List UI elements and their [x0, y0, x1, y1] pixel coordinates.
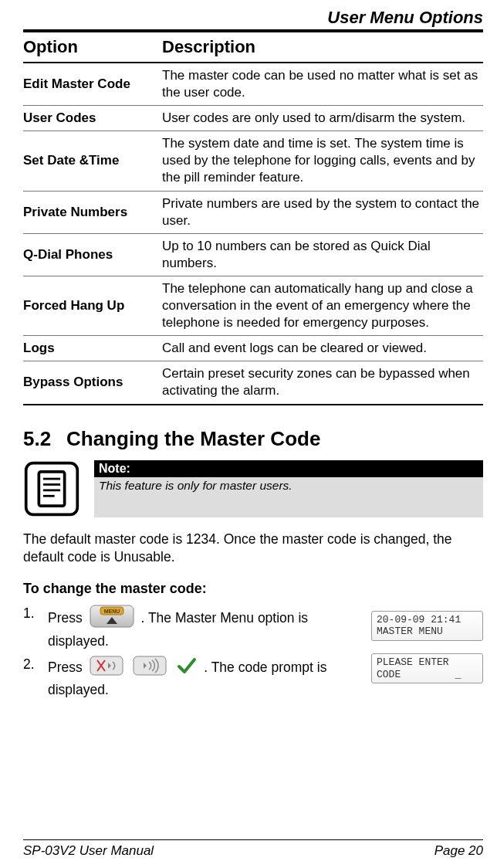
row-desc: Up to 10 numbers can be stored as Quick … — [162, 233, 483, 276]
menu-up-button-icon: MENU — [90, 605, 134, 633]
table-row: Bypass Options Certain preset security z… — [23, 361, 483, 405]
row-option: Set Date &Time — [23, 131, 162, 191]
row-desc: The master code can be used no matter wh… — [162, 63, 483, 106]
table-row: Forced Hang Up The telephone can automat… — [23, 276, 483, 335]
row-option: Q-Dial Phones — [23, 233, 162, 276]
row-option: Forced Hang Up — [23, 276, 162, 335]
checkmark-icon — [177, 657, 197, 680]
section-title: Changing the Master Code — [66, 427, 320, 450]
table-row: Private Numbers Private numbers are used… — [23, 191, 483, 233]
row-option: Edit Master Code — [23, 63, 162, 106]
row-option: Private Numbers — [23, 191, 162, 233]
svg-text:MENU: MENU — [103, 609, 120, 614]
note-header: Note: — [94, 460, 483, 477]
step-2: 2. Press — [23, 656, 360, 699]
row-option: Logs — [23, 336, 162, 361]
row-desc: Call and event logs can be cleared or vi… — [162, 336, 483, 361]
footer-left: SP-03V2 User Manual — [23, 843, 154, 859]
table-row: Edit Master Code The master code can be … — [23, 63, 483, 106]
lcd-display-1: 20-09-09 21:41 MASTER MENU — [371, 611, 483, 641]
footer-right: Page 20 — [434, 843, 483, 859]
options-table: Option Description Edit Master Code The … — [23, 31, 483, 405]
steps-block: 20-09-09 21:41 MASTER MENU PLEASE ENTER … — [23, 605, 483, 700]
table-row: Logs Call and event logs can be cleared … — [23, 336, 483, 361]
intro-paragraph: The default master code is 1234. Once th… — [23, 531, 483, 567]
note-icon — [23, 460, 80, 521]
note-box: Note: This feature is only for master us… — [94, 460, 483, 517]
note-row: Note: This feature is only for master us… — [23, 460, 483, 521]
table-row: Q-Dial Phones Up to 10 numbers can be st… — [23, 233, 483, 276]
volume-button-icon — [133, 656, 167, 681]
lcd-panel-col: 20-09-09 21:41 MASTER MENU PLEASE ENTER … — [371, 611, 483, 683]
lcd-display-2: PLEASE ENTER CODE _ — [371, 653, 483, 683]
step-1: 1. Press MENU . The Master Menu option i… — [23, 605, 360, 651]
row-desc: Private numbers are used by the system t… — [162, 191, 483, 233]
page-footer: SP-03V2 User Manual Page 20 — [23, 839, 483, 859]
step-number: 2. — [23, 656, 37, 674]
row-option: User Codes — [23, 106, 162, 131]
svg-rect-14 — [134, 656, 166, 675]
svg-rect-10 — [90, 656, 123, 675]
th-description: Description — [162, 32, 483, 63]
note-body: This feature is only for master users. — [94, 477, 483, 494]
row-option: Bypass Options — [23, 361, 162, 405]
section-number: 5.2 — [23, 427, 66, 451]
section-heading: 5.2Changing the Master Code — [23, 427, 483, 451]
row-desc: The system date and time is set. The sys… — [162, 131, 483, 191]
table-row: User Codes User codes are only used to a… — [23, 106, 483, 131]
th-option: Option — [23, 32, 162, 63]
subheading: To change the master code: — [23, 581, 483, 597]
page-title: User Menu Options — [23, 8, 483, 28]
row-desc: Certain preset security zones can be byp… — [162, 361, 483, 405]
step1-text-a: Press — [48, 610, 86, 626]
mute-button-icon — [90, 656, 123, 681]
step-number: 1. — [23, 605, 37, 623]
row-desc: User codes are only used to arm/disarm t… — [162, 106, 483, 131]
step2-text-a: Press — [48, 659, 86, 675]
step1-text-b: . The Master Menu option is displayed. — [48, 610, 308, 649]
table-row: Set Date &Time The system date and time … — [23, 131, 483, 191]
row-desc: The telephone can automatically hang up … — [162, 276, 483, 335]
